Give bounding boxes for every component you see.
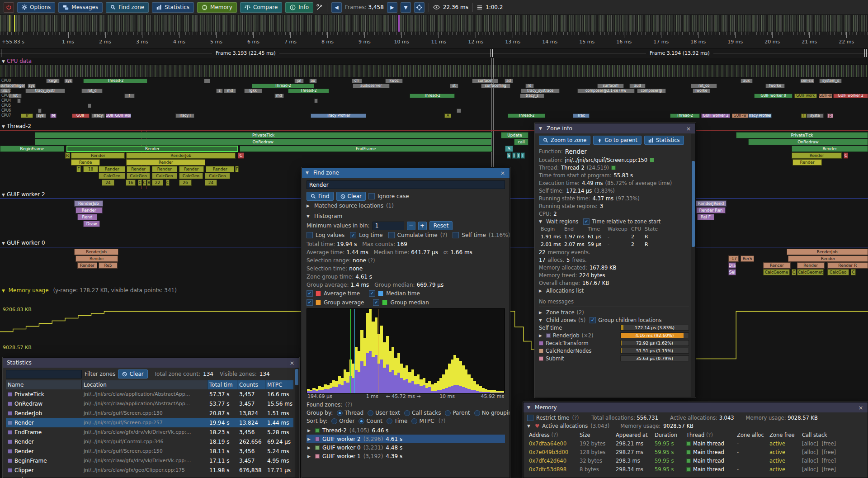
close-icon[interactable]: × — [858, 404, 864, 411]
find-zone-window[interactable]: ▼ Find zone × Find Clear Ignore case ▶ M… — [302, 167, 510, 478]
histogram-chart[interactable] — [307, 308, 505, 393]
frame-overview-strip[interactable] — [0, 15, 868, 32]
zone-Thread-2[interactable]: Thread-2 — [508, 114, 545, 118]
clear-button[interactable]: Clear — [336, 192, 366, 201]
zone-GUIF GUIF wor[interactable]: GUIF GUIF wor — [106, 114, 131, 118]
zone-Tracy[interactable]: Tracy — [91, 114, 105, 118]
radio-option-Call-stacks[interactable]: Call stacks — [404, 410, 441, 416]
wait-regions-header[interactable]: ▼ Wait regions ✓ Time relative to zone s… — [539, 218, 689, 225]
zone-color-chip[interactable] — [8, 392, 12, 397]
column-header-MTPC[interactable]: MTPC — [265, 380, 293, 389]
average-time-checkbox[interactable]: ✓ — [307, 290, 313, 297]
child-zone-row[interactable]: Submit35.63 µs (0.79%) — [539, 355, 689, 362]
radio-option-Time[interactable]: Time — [387, 418, 407, 424]
statistics-window[interactable]: Statistics × Filter zones Clear Total zo… — [3, 357, 299, 478]
collapse-triangle-icon[interactable]: ▼ — [2, 59, 5, 64]
zone-surfacefl[interactable]: surfacefl — [597, 84, 624, 88]
next-frame-button[interactable]: ▶ — [387, 2, 397, 13]
ignore-case-checkbox[interactable] — [368, 193, 375, 199]
zone-R[interactable]: R — [65, 152, 70, 159]
close-icon[interactable]: × — [289, 360, 295, 366]
frame-marker[interactable]: Frame 3,194 (13.92 ms) — [491, 48, 868, 58]
zone-Render[interactable]: Render — [75, 256, 118, 262]
active-allocations-header[interactable]: ▼ ♥ Active allocations (3,043) Memory us… — [527, 423, 864, 429]
radio-option-Count[interactable]: Count — [359, 418, 382, 424]
zone-CalcGeo[interactable]: CalcGeo — [827, 269, 849, 275]
callstack-button[interactable]: [free] — [821, 440, 836, 447]
zone-Rende[interactable]: Rende — [71, 159, 99, 166]
help-hint[interactable]: (?) — [551, 432, 558, 438]
zone-C[interactable]: C — [844, 152, 848, 159]
zone-color-chip[interactable] — [8, 440, 12, 444]
zone-segment[interactable] — [204, 79, 210, 83]
zone-RenderJob[interactable]: RenderJob — [126, 152, 236, 159]
zone-tracy_systrace[interactable]: tracy_systrace — [521, 89, 560, 93]
allocation-row[interactable]: 0x7dfc53d8988 bytes298.34 ms59.95 sMain … — [527, 465, 864, 473]
zone-Render[interactable]: Render — [788, 256, 868, 262]
zone-Tracy I[interactable]: Tracy I — [175, 114, 194, 118]
callstack-button[interactable]: [alloc] — [802, 466, 820, 473]
zone-rot_co[interactable]: rot_co — [691, 84, 717, 88]
go-to-parent-button[interactable]: Go to parent — [593, 136, 642, 145]
collapse-triangle-icon[interactable]: ▶ — [307, 437, 311, 441]
radio-option-No-grouping[interactable]: No grouping — [474, 410, 509, 416]
goto-frame-button[interactable] — [414, 2, 425, 13]
allocation-row[interactable]: 0x7dfc42d64032 bytes298.3 ms59.95 sMain … — [527, 456, 864, 465]
zone-md[interactable]: md — [274, 94, 284, 98]
zone-Render[interactable]: Render — [793, 159, 822, 166]
table-row[interactable]: CalcGeometryjni/../jni/src/claw/graphics… — [6, 475, 293, 478]
zone-26[interactable]: 26 — [179, 180, 192, 186]
zone-CalcGeo[interactable]: CalcGeo — [127, 173, 150, 179]
zone-Trac[interactable]: Trac — [573, 114, 589, 118]
zone-Render[interactable]: Render — [206, 166, 234, 172]
zone-kwoc[interactable]: kwoc — [385, 79, 402, 83]
zone-24[interactable]: 24 — [102, 180, 115, 186]
thread-header-Thread-2[interactable]: ▼Thread-2 — [2, 123, 31, 129]
table-row[interactable]: PrivateTickjni/../jni/src/claw/applicati… — [6, 389, 293, 399]
zone-BeginFrame[interactable]: BeginFrame — [0, 146, 64, 152]
self-time-checkbox[interactable] — [453, 232, 459, 238]
zone-sys[interactable]: sys — [28, 84, 35, 88]
zone-CalcGeomet[interactable]: CalcGeomet — [797, 269, 824, 275]
source-color-chip[interactable] — [650, 158, 654, 162]
group-median-checkbox[interactable]: ✓ — [373, 299, 379, 306]
zone-T[interactable]: T — [516, 152, 520, 159]
log-values-checkbox[interactable] — [307, 232, 313, 238]
zone-CalcGeome[interactable]: CalcGeome — [763, 269, 790, 275]
collapse-triangle-icon[interactable]: ▼ — [2, 124, 5, 129]
toolbar-button-options[interactable]: Options — [17, 2, 55, 13]
radio-option-MTPC[interactable]: MTPC — [411, 418, 434, 424]
zone-color-chip[interactable] — [8, 411, 12, 416]
zone-Draw[interactable]: Draw — [83, 221, 99, 227]
zone-s[interactable]: s — [216, 89, 223, 93]
child-zone-row[interactable]: CalcRenderNodes51.51 µs (1.15%) — [539, 347, 689, 355]
statistics-titlebar[interactable]: Statistics × — [3, 358, 299, 368]
zone-CalcGeo[interactable]: CalcGeo — [99, 173, 126, 179]
zone-rd[interactable]: rd — [525, 84, 534, 88]
zone-8[interactable]: 8 — [147, 180, 151, 186]
zone-jal[interactable]: jal — [294, 79, 304, 83]
zone-composer@2.1-se (Hw[interactable]: composer@2.1-se (Hw — [577, 89, 635, 93]
zone-GUIF-w[interactable]: GUIF-w — [732, 114, 748, 118]
found-zone-group[interactable]: ▶Thread-2(4,105)6.46 s — [307, 426, 505, 435]
help-hint[interactable]: (?) — [706, 432, 713, 438]
help-hint[interactable]: (?) — [572, 415, 579, 421]
zone-color-chip[interactable] — [8, 478, 12, 478]
zone-Thread-2[interactable]: Thread-2 — [252, 84, 314, 88]
radio-icon[interactable] — [359, 418, 364, 424]
zone-lworke[interactable]: lworke — [693, 89, 710, 93]
zone-tracy_systr[interactable]: tracy_systr — [25, 89, 65, 93]
zone-syste[interactable]: syste — [807, 114, 824, 118]
allocations-list-header[interactable]: ▶Allocations list — [539, 287, 689, 294]
frame-markers-row[interactable]: Frame 3,193 (22.45 ms)Frame 3,194 (13.92… — [0, 48, 868, 58]
found-zone-group[interactable]: ▶GUIF worker 2(3,296)4.61 s — [307, 435, 505, 443]
zone-tracy_s[interactable]: tracy_s — [520, 94, 544, 98]
histogram-header[interactable]: ▼ Histogram — [307, 213, 505, 219]
toolbar-button-memory[interactable]: Memory — [197, 2, 237, 13]
zone-GUIF worker 2[interactable]: GUIF worker 2 — [833, 94, 868, 98]
child-zone-row[interactable]: Self time172.14 µs (3.83%) — [539, 324, 689, 331]
scrollbar-thumb[interactable] — [295, 369, 298, 385]
allocation-column-Duration[interactable]: Duration — [653, 432, 684, 438]
group-children-checkbox[interactable]: ✓ — [590, 317, 596, 323]
help-hint[interactable]: (?) — [368, 257, 375, 264]
